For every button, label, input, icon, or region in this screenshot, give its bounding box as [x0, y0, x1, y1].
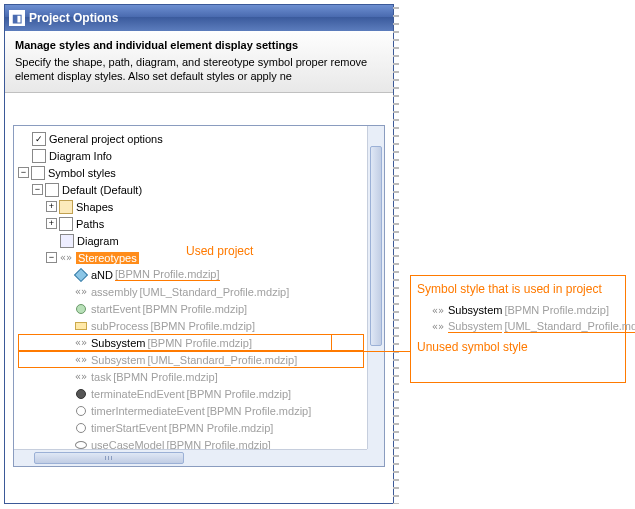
tree-item-shapes[interactable]: + Shapes [18, 198, 364, 215]
stereotype-icon: «» [74, 353, 88, 367]
scroll-thumb[interactable] [370, 146, 382, 346]
item-profile: [BPMN Profile.mdzip] [113, 371, 218, 383]
app-icon: ◧ [9, 10, 25, 26]
checkbox-icon [32, 132, 46, 146]
collapse-icon[interactable]: − [46, 252, 57, 263]
tree-item-stereotype[interactable]: timerIntermediateEvent[BPMN Profile.mdzi… [18, 402, 364, 419]
item-name: assembly [91, 286, 137, 298]
titlebar[interactable]: ◧ Project Options [5, 5, 393, 31]
header-title: Manage styles and individual element dis… [15, 39, 383, 51]
item-name: Subsystem [91, 337, 145, 349]
tree-item-symbol-styles[interactable]: − Symbol styles [18, 164, 364, 181]
tree-item-stereotype[interactable]: «»Subsystem[UML_Standard_Profile.mdzip] [18, 351, 364, 368]
item-profile: [BPMN Profile.mdzip] [207, 405, 312, 417]
stereotype-icon: «» [74, 336, 88, 350]
callout-box: Symbol style that is used in project «»S… [410, 275, 626, 383]
callout-item: «»Subsystem[UML_Standard_Profile.mdzip] [417, 318, 619, 334]
connector-line [318, 351, 410, 352]
torn-edge [393, 4, 399, 504]
window-title: Project Options [29, 11, 118, 25]
tree-item-default[interactable]: − Default (Default) [18, 181, 364, 198]
item-name: Subsystem [91, 354, 145, 366]
tree-item-stereotype[interactable]: «»Subsystem[BPMN Profile.mdzip] [18, 334, 364, 351]
stereotype-icon: «» [74, 370, 88, 384]
stereotype-icon: «» [59, 251, 73, 265]
item-profile: [BPMN Profile.mdzip] [143, 303, 248, 315]
horizontal-scrollbar[interactable] [14, 449, 367, 466]
annotation-used-project: Used project [186, 244, 253, 258]
item-name: aND [91, 269, 113, 281]
callout-item: «»Subsystem[BPMN Profile.mdzip] [417, 302, 619, 318]
tree-item-stereotype[interactable]: terminateEndEvent[BPMN Profile.mdzip] [18, 385, 364, 402]
item-profile: [BPMN Profile.mdzip] [169, 422, 274, 434]
header-panel: Manage styles and individual element dis… [5, 31, 393, 93]
item-name: timerStartEvent [91, 422, 167, 434]
collapse-icon[interactable]: − [32, 184, 43, 195]
item-name: task [91, 371, 111, 383]
item-name: startEvent [91, 303, 141, 315]
folder-icon [45, 183, 59, 197]
connector-line [331, 334, 332, 351]
shapes-icon [59, 200, 73, 214]
connector-line [318, 334, 332, 335]
item-name: timerIntermediateEvent [91, 405, 205, 417]
item-profile: [BPMN Profile.mdzip] [147, 337, 252, 349]
tree-item-general[interactable]: General project options [18, 130, 364, 147]
scroll-thumb[interactable] [34, 452, 184, 464]
item-profile: [UML_Standard_Profile.mdzip] [139, 286, 289, 298]
tree-item-stereotype[interactable]: «»task[BPMN Profile.mdzip] [18, 368, 364, 385]
item-name: terminateEndEvent [91, 388, 185, 400]
item-profile: [BPMN Profile.mdzip] [187, 388, 292, 400]
vertical-scrollbar[interactable] [367, 126, 384, 449]
item-profile: [BPMN Profile.mdzip] [115, 268, 220, 281]
scrollbar-corner [367, 449, 384, 466]
callout-label-used: Symbol style that is used in project [417, 282, 619, 296]
header-description: Specify the shape, path, diagram, and st… [15, 55, 383, 84]
selected-node: Stereotypes [76, 252, 139, 264]
paths-icon [59, 217, 73, 231]
item-name: subProcess [91, 320, 148, 332]
tree-panel: General project options Diagram Info − S… [13, 125, 385, 467]
tree-item-stereotype[interactable]: «»assembly[UML_Standard_Profile.mdzip] [18, 283, 364, 300]
expand-icon[interactable]: + [46, 201, 57, 212]
diagram-icon [60, 234, 74, 248]
expand-icon[interactable]: + [46, 218, 57, 229]
collapse-icon[interactable]: − [18, 167, 29, 178]
callout-label-unused: Unused symbol style [417, 340, 619, 354]
tree: General project options Diagram Info − S… [14, 126, 364, 467]
tree-item-stereotype[interactable]: startEvent[BPMN Profile.mdzip] [18, 300, 364, 317]
item-profile: [BPMN Profile.mdzip] [150, 320, 255, 332]
stereotype-icon: «» [74, 285, 88, 299]
folder-icon [31, 166, 45, 180]
tree-item-stereotype[interactable]: subProcess[BPMN Profile.mdzip] [18, 317, 364, 334]
tree-item-paths[interactable]: + Paths [18, 215, 364, 232]
tree-item-stereotype[interactable]: timerStartEvent[BPMN Profile.mdzip] [18, 419, 364, 436]
page-icon [32, 149, 46, 163]
tree-item-diagram-info[interactable]: Diagram Info [18, 147, 364, 164]
item-profile: [UML_Standard_Profile.mdzip] [147, 354, 297, 366]
tree-item-stereotype[interactable]: aND[BPMN Profile.mdzip] [18, 266, 364, 283]
